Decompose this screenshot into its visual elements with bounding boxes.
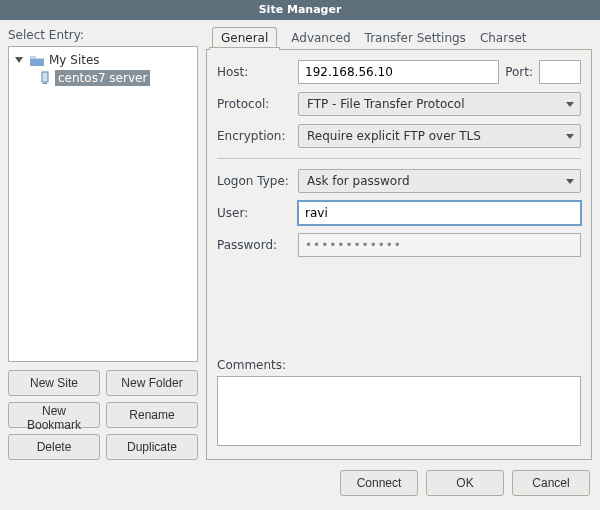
encryption-value: Require explicit FTP over TLS: [307, 129, 481, 143]
encryption-combo[interactable]: Require explicit FTP over TLS: [298, 124, 581, 148]
port-label: Port:: [505, 65, 533, 79]
protocol-value: FTP - File Transfer Protocol: [307, 97, 465, 111]
svg-rect-0: [42, 72, 48, 82]
protocol-combo[interactable]: FTP - File Transfer Protocol: [298, 92, 581, 116]
tree-root-row[interactable]: My Sites: [11, 51, 195, 69]
password-label: Password:: [217, 238, 292, 252]
rename-button[interactable]: Rename: [106, 402, 198, 428]
new-bookmark-button[interactable]: New Bookmark: [8, 402, 100, 428]
host-label: Host:: [217, 65, 292, 79]
server-icon: [39, 71, 51, 85]
port-input[interactable]: [539, 60, 581, 84]
encryption-label: Encryption:: [217, 129, 292, 143]
right-pane: General Advanced Transfer Settings Chars…: [206, 28, 592, 460]
window-title: Site Manager: [259, 3, 342, 16]
comments-label: Comments:: [217, 358, 581, 372]
tab-general[interactable]: General: [212, 27, 277, 49]
tab-bar: General Advanced Transfer Settings Chars…: [206, 28, 592, 50]
comments-textarea[interactable]: [217, 376, 581, 446]
separator: [217, 158, 581, 159]
user-label: User:: [217, 206, 292, 220]
tab-advanced[interactable]: Advanced: [291, 28, 350, 49]
select-entry-label: Select Entry:: [8, 28, 198, 42]
new-site-button[interactable]: New Site: [8, 370, 100, 396]
tab-transfer-settings[interactable]: Transfer Settings: [365, 28, 466, 49]
svg-rect-1: [43, 83, 47, 84]
ok-button[interactable]: OK: [426, 470, 504, 496]
delete-button[interactable]: Delete: [8, 434, 100, 460]
folder-icon: [29, 53, 45, 67]
logon-type-value: Ask for password: [307, 174, 410, 188]
logon-type-combo[interactable]: Ask for password: [298, 169, 581, 193]
dialog-footer: Connect OK Cancel: [0, 460, 600, 506]
chevron-down-icon[interactable]: [15, 57, 23, 63]
window-titlebar: Site Manager: [0, 0, 600, 20]
tree-site-label: centos7 server: [55, 70, 150, 86]
chevron-down-icon: [566, 102, 574, 107]
left-pane: Select Entry: My Sites centos7 server Ne…: [8, 28, 198, 460]
host-input[interactable]: [298, 60, 499, 84]
cancel-button[interactable]: Cancel: [512, 470, 590, 496]
duplicate-button[interactable]: Duplicate: [106, 434, 198, 460]
tree-site-row[interactable]: centos7 server: [11, 69, 195, 87]
tab-charset[interactable]: Charset: [480, 28, 527, 49]
general-form: Host: Port: Protocol: FTP - File Transfe…: [206, 50, 592, 460]
protocol-label: Protocol:: [217, 97, 292, 111]
new-folder-button[interactable]: New Folder: [106, 370, 198, 396]
connect-button[interactable]: Connect: [340, 470, 418, 496]
user-input[interactable]: [298, 201, 581, 225]
tree-root-label: My Sites: [49, 53, 100, 67]
logon-type-label: Logon Type:: [217, 174, 292, 188]
password-input: [298, 233, 581, 257]
chevron-down-icon: [566, 179, 574, 184]
site-tree[interactable]: My Sites centos7 server: [8, 46, 198, 362]
chevron-down-icon: [566, 134, 574, 139]
